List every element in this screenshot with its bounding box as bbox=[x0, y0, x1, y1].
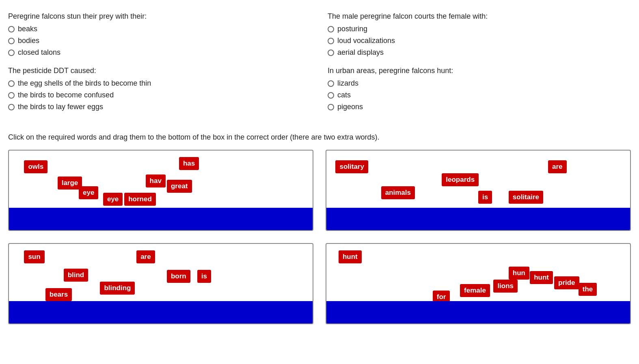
radio-2-1[interactable] bbox=[8, 80, 15, 87]
question-2-options: the egg shells of the birds to become th… bbox=[8, 79, 311, 111]
word-chip[interactable]: the bbox=[579, 283, 597, 296]
option-4-3-label: pigeons bbox=[337, 103, 363, 111]
question-block-1: Peregrine falcons stun their prey with t… bbox=[8, 12, 311, 57]
word-chip[interactable]: has bbox=[179, 157, 199, 170]
option-1-3-label: closed talons bbox=[18, 48, 60, 57]
option-4-3[interactable]: pigeons bbox=[328, 103, 631, 111]
option-3-1[interactable]: posturing bbox=[328, 25, 631, 33]
drag-box-3[interactable]: sunareblindbornisblindingbears bbox=[8, 243, 313, 324]
drag-box-4[interactable]: hunthunhuntpridelionsfemalethefor bbox=[326, 243, 631, 324]
word-chip[interactable]: bears bbox=[45, 288, 72, 301]
question-3-text: The male peregrine falcon courts the fem… bbox=[328, 12, 631, 21]
word-chip[interactable]: blind bbox=[64, 269, 89, 282]
option-3-2[interactable]: loud vocalizations bbox=[328, 37, 631, 45]
radio-2-3[interactable] bbox=[8, 104, 15, 110]
instruction-text: Click on the required words and drag the… bbox=[8, 133, 631, 142]
word-chip[interactable]: are bbox=[136, 250, 155, 263]
word-chip[interactable]: is bbox=[478, 191, 492, 204]
word-chip[interactable]: hun bbox=[509, 267, 529, 280]
radio-4-2[interactable] bbox=[328, 92, 334, 99]
question-block-2: The pesticide DDT caused: the egg shells… bbox=[8, 67, 311, 111]
option-4-2[interactable]: cats bbox=[328, 91, 631, 99]
question-4-text: In urban areas, peregrine falcons hunt: bbox=[328, 67, 631, 75]
drag-boxes-row-2: sunareblindbornisblindingbears hunthunhu… bbox=[8, 243, 631, 324]
word-chip[interactable]: solitaire bbox=[509, 191, 543, 204]
word-chip[interactable]: is bbox=[197, 270, 211, 283]
option-2-3-label: the birds to lay fewer eggs bbox=[18, 103, 103, 111]
drag-box-1-inner: owlshashavlargegreateyeeyehorned bbox=[9, 151, 313, 215]
radio-1-3[interactable] bbox=[8, 50, 15, 56]
option-1-3[interactable]: closed talons bbox=[8, 48, 311, 57]
option-4-1-label: lizards bbox=[337, 79, 358, 88]
option-3-3[interactable]: aerial displays bbox=[328, 48, 631, 57]
radio-3-2[interactable] bbox=[328, 38, 334, 44]
option-1-1[interactable]: beaks bbox=[8, 25, 311, 33]
drag-box-1[interactable]: owlshashavlargegreateyeeyehorned bbox=[8, 150, 313, 231]
option-1-2[interactable]: bodies bbox=[8, 37, 311, 45]
option-2-1-label: the egg shells of the birds to become th… bbox=[18, 79, 151, 88]
word-chip[interactable]: pride bbox=[554, 276, 579, 289]
option-4-1[interactable]: lizards bbox=[328, 79, 631, 88]
option-3-1-label: posturing bbox=[337, 25, 367, 33]
question-1-text: Peregrine falcons stun their prey with t… bbox=[8, 12, 311, 21]
word-chip[interactable]: eye bbox=[79, 186, 98, 199]
radio-2-2[interactable] bbox=[8, 92, 15, 99]
radio-4-3[interactable] bbox=[328, 104, 334, 110]
drag-box-3-inner: sunareblindbornisblindingbears bbox=[9, 244, 313, 309]
radio-4-1[interactable] bbox=[328, 80, 334, 87]
word-chip[interactable]: sun bbox=[24, 250, 44, 263]
question-2-text: The pesticide DDT caused: bbox=[8, 67, 311, 75]
radio-3-1[interactable] bbox=[328, 26, 334, 32]
word-chip[interactable]: are bbox=[548, 160, 567, 173]
word-chip[interactable]: great bbox=[167, 180, 192, 193]
word-chip[interactable]: owls bbox=[24, 160, 47, 173]
drop-zone-1[interactable] bbox=[9, 208, 313, 230]
option-3-3-label: aerial displays bbox=[337, 48, 384, 57]
drop-zone-2[interactable] bbox=[326, 208, 630, 230]
option-2-2[interactable]: the birds to become confused bbox=[8, 91, 311, 99]
drop-zone-4[interactable] bbox=[326, 301, 630, 323]
word-chip[interactable]: horned bbox=[124, 193, 156, 206]
question-block-4: In urban areas, peregrine falcons hunt: … bbox=[328, 67, 631, 111]
word-chip[interactable]: blinding bbox=[100, 282, 135, 295]
drag-box-4-inner: hunthunhuntpridelionsfemalethefor bbox=[326, 244, 630, 309]
drag-box-2[interactable]: solitaryareleopardsanimalsissolitaire bbox=[326, 150, 631, 231]
radio-3-3[interactable] bbox=[328, 50, 334, 56]
option-1-1-label: beaks bbox=[18, 25, 37, 33]
radio-1-2[interactable] bbox=[8, 38, 15, 44]
option-1-2-label: bodies bbox=[18, 37, 39, 45]
question-block-3: The male peregrine falcon courts the fem… bbox=[328, 12, 631, 57]
drop-zone-3[interactable] bbox=[9, 301, 313, 323]
word-chip[interactable]: hunt bbox=[339, 250, 362, 263]
option-2-2-label: the birds to become confused bbox=[18, 91, 114, 99]
question-1-options: beaks bodies closed talons bbox=[8, 25, 311, 57]
question-4-options: lizards cats pigeons bbox=[328, 79, 631, 111]
option-4-2-label: cats bbox=[337, 91, 351, 99]
word-chip[interactable]: solitary bbox=[335, 160, 368, 173]
word-chip[interactable]: hunt bbox=[530, 271, 553, 284]
option-2-1[interactable]: the egg shells of the birds to become th… bbox=[8, 79, 311, 88]
word-chip[interactable]: animals bbox=[381, 186, 415, 199]
quiz-left-col: Peregrine falcons stun their prey with t… bbox=[8, 12, 311, 121]
option-2-3[interactable]: the birds to lay fewer eggs bbox=[8, 103, 311, 111]
word-chip[interactable]: born bbox=[167, 270, 190, 283]
question-3-options: posturing loud vocalizations aerial disp… bbox=[328, 25, 631, 57]
word-chip[interactable]: female bbox=[460, 284, 490, 297]
word-chip[interactable]: hav bbox=[146, 174, 166, 187]
word-chip[interactable]: eye bbox=[103, 193, 123, 206]
radio-1-1[interactable] bbox=[8, 26, 15, 32]
option-3-2-label: loud vocalizations bbox=[337, 37, 395, 45]
drag-box-2-inner: solitaryareleopardsanimalsissolitaire bbox=[326, 151, 630, 215]
word-chip[interactable]: lions bbox=[493, 280, 518, 293]
drag-boxes-row-1: owlshashavlargegreateyeeyehorned solitar… bbox=[8, 150, 631, 231]
quiz-right-col: The male peregrine falcon courts the fem… bbox=[328, 12, 631, 121]
word-chip[interactable]: leopards bbox=[442, 173, 479, 186]
quiz-section: Peregrine falcons stun their prey with t… bbox=[8, 12, 631, 121]
